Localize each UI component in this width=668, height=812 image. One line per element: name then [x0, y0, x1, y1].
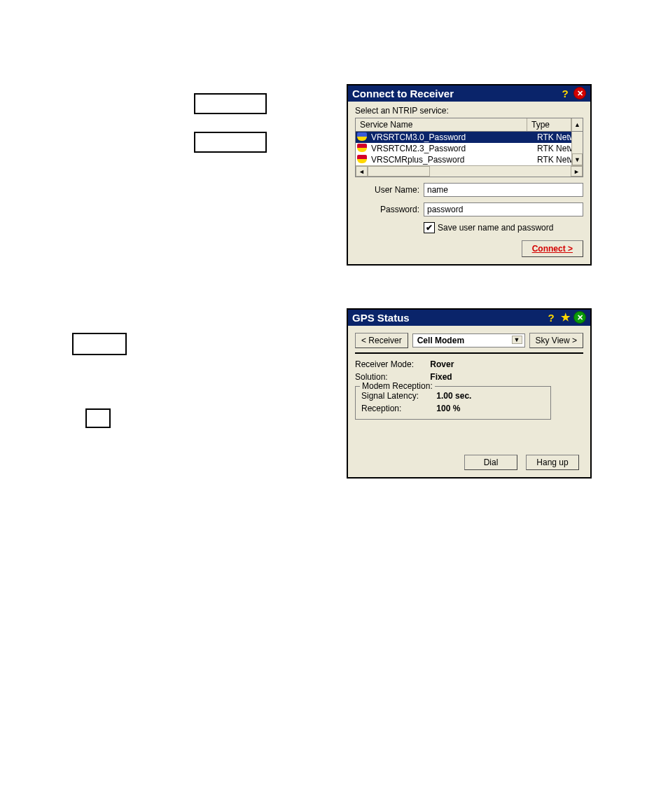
vertical-scrollbar[interactable]: ▼ — [571, 132, 583, 165]
col-type[interactable]: Type — [527, 118, 571, 131]
latency-label: Signal Latency: — [361, 391, 434, 401]
skyview-button[interactable]: Sky View > — [529, 333, 583, 348]
service-icon — [357, 144, 368, 153]
password-label: Password: — [355, 205, 424, 214]
scroll-thumb[interactable] — [368, 166, 430, 177]
connect-receiver-dialog: Connect to Receiver ? ✕ Select an NTRIP … — [347, 84, 592, 266]
service-icon — [357, 132, 368, 142]
modem-reception-group: Modem Reception: Signal Latency: 1.00 se… — [355, 386, 551, 420]
horizontal-scrollbar[interactable]: ◄ ► — [356, 165, 583, 177]
reception-label: Reception: — [361, 404, 434, 413]
help-icon[interactable]: ? — [559, 88, 571, 99]
empty-box-1 — [194, 93, 267, 114]
latency-value: 1.00 sec. — [436, 391, 471, 401]
service-table: Service Name Type ▲ VRSRTCM3.0_Password … — [355, 118, 583, 177]
empty-box-3 — [72, 333, 127, 355]
service-name-cell: VRSRTCM2.3_Password — [371, 144, 537, 153]
service-name-cell: VRSCMRplus_Password — [371, 155, 537, 165]
service-name-cell: VRSRTCM3.0_Password — [371, 132, 537, 142]
solution-value: Fixed — [430, 372, 452, 382]
help-icon[interactable]: ? — [545, 312, 557, 323]
connect-button[interactable]: Connect > — [522, 240, 583, 257]
table-row[interactable]: VRSRTCM3.0_Password RTK Netw — [356, 132, 583, 143]
password-input[interactable] — [424, 202, 583, 216]
solution-label: Solution: — [355, 372, 428, 382]
empty-box-2 — [194, 132, 267, 153]
mode-select[interactable]: Cell Modem — [412, 333, 525, 347]
reception-value: 100 % — [436, 404, 460, 413]
close-icon[interactable]: ✕ — [573, 87, 586, 99]
username-input[interactable] — [424, 183, 583, 197]
username-label: User Name: — [355, 185, 424, 195]
star-icon[interactable]: ★ — [559, 312, 571, 323]
scroll-up-icon[interactable]: ▲ — [571, 118, 583, 131]
titlebar: Connect to Receiver ? ✕ — [348, 85, 590, 102]
service-icon — [357, 155, 368, 165]
dialog-title: Connect to Receiver — [352, 88, 454, 99]
dial-button[interactable]: Dial — [464, 455, 517, 470]
hangup-button[interactable]: Hang up — [526, 455, 579, 470]
modem-reception-legend: Modem Reception: — [360, 381, 435, 391]
scroll-right-icon[interactable]: ► — [571, 166, 583, 177]
scroll-down-icon[interactable]: ▼ — [572, 153, 583, 165]
scroll-left-icon[interactable]: ◄ — [356, 166, 368, 177]
col-service-name[interactable]: Service Name — [356, 118, 527, 131]
receiver-mode-label: Receiver Mode: — [355, 359, 428, 369]
ntrip-label: Select an NTRIP service: — [355, 106, 583, 116]
titlebar: GPS Status ? ★ ✕ — [348, 310, 590, 326]
save-label: Save user name and password — [438, 223, 553, 233]
dialog-title: GPS Status — [352, 312, 410, 324]
save-checkbox[interactable]: ✔ — [424, 222, 435, 233]
receiver-mode-value: Rover — [430, 359, 454, 369]
table-row[interactable]: VRSCMRplus_Password RTK Netw — [356, 154, 583, 165]
table-row[interactable]: VRSRTCM2.3_Password RTK Netw — [356, 143, 583, 154]
receiver-button[interactable]: < Receiver — [355, 333, 408, 348]
close-icon[interactable]: ✕ — [573, 311, 586, 324]
gps-status-dialog: GPS Status ? ★ ✕ < Receiver Cell Modem S… — [347, 308, 592, 479]
mode-select-value: Cell Modem — [417, 336, 464, 345]
empty-box-4 — [85, 408, 111, 428]
